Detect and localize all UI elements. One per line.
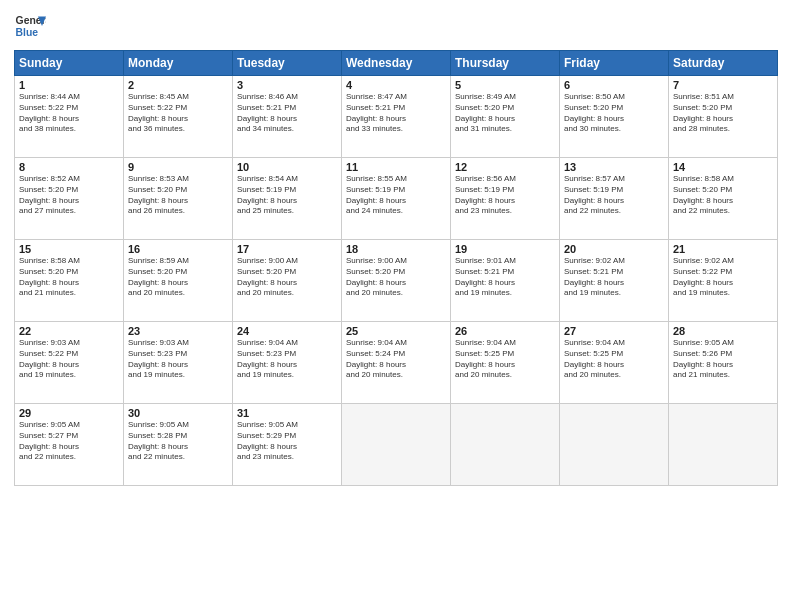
day-number: 20 <box>564 243 664 255</box>
calendar-cell: 24Sunrise: 9:04 AM Sunset: 5:23 PM Dayli… <box>233 322 342 404</box>
day-info: Sunrise: 9:02 AM Sunset: 5:21 PM Dayligh… <box>564 256 664 299</box>
day-number: 14 <box>673 161 773 173</box>
day-info: Sunrise: 8:57 AM Sunset: 5:19 PM Dayligh… <box>564 174 664 217</box>
day-number: 22 <box>19 325 119 337</box>
day-number: 7 <box>673 79 773 91</box>
calendar-cell: 22Sunrise: 9:03 AM Sunset: 5:22 PM Dayli… <box>15 322 124 404</box>
calendar-cell: 21Sunrise: 9:02 AM Sunset: 5:22 PM Dayli… <box>669 240 778 322</box>
day-number: 25 <box>346 325 446 337</box>
day-number: 1 <box>19 79 119 91</box>
calendar-table: SundayMondayTuesdayWednesdayThursdayFrid… <box>14 50 778 486</box>
logo: General Blue <box>14 10 46 42</box>
day-number: 6 <box>564 79 664 91</box>
day-info: Sunrise: 8:45 AM Sunset: 5:22 PM Dayligh… <box>128 92 228 135</box>
calendar-week-3: 15Sunrise: 8:58 AM Sunset: 5:20 PM Dayli… <box>15 240 778 322</box>
day-number: 18 <box>346 243 446 255</box>
calendar-cell: 4Sunrise: 8:47 AM Sunset: 5:21 PM Daylig… <box>342 76 451 158</box>
day-info: Sunrise: 9:03 AM Sunset: 5:23 PM Dayligh… <box>128 338 228 381</box>
weekday-header-monday: Monday <box>124 51 233 76</box>
day-info: Sunrise: 9:05 AM Sunset: 5:27 PM Dayligh… <box>19 420 119 463</box>
calendar-cell: 30Sunrise: 9:05 AM Sunset: 5:28 PM Dayli… <box>124 404 233 486</box>
calendar-cell: 15Sunrise: 8:58 AM Sunset: 5:20 PM Dayli… <box>15 240 124 322</box>
weekday-header-thursday: Thursday <box>451 51 560 76</box>
day-number: 19 <box>455 243 555 255</box>
day-info: Sunrise: 8:51 AM Sunset: 5:20 PM Dayligh… <box>673 92 773 135</box>
day-info: Sunrise: 8:58 AM Sunset: 5:20 PM Dayligh… <box>19 256 119 299</box>
day-info: Sunrise: 9:04 AM Sunset: 5:23 PM Dayligh… <box>237 338 337 381</box>
day-info: Sunrise: 8:59 AM Sunset: 5:20 PM Dayligh… <box>128 256 228 299</box>
weekday-header-saturday: Saturday <box>669 51 778 76</box>
calendar-cell: 2Sunrise: 8:45 AM Sunset: 5:22 PM Daylig… <box>124 76 233 158</box>
day-number: 15 <box>19 243 119 255</box>
svg-text:Blue: Blue <box>16 27 39 38</box>
day-number: 29 <box>19 407 119 419</box>
calendar-cell: 27Sunrise: 9:04 AM Sunset: 5:25 PM Dayli… <box>560 322 669 404</box>
calendar-cell <box>669 404 778 486</box>
calendar-cell: 12Sunrise: 8:56 AM Sunset: 5:19 PM Dayli… <box>451 158 560 240</box>
calendar-week-4: 22Sunrise: 9:03 AM Sunset: 5:22 PM Dayli… <box>15 322 778 404</box>
calendar-week-2: 8Sunrise: 8:52 AM Sunset: 5:20 PM Daylig… <box>15 158 778 240</box>
calendar-cell: 11Sunrise: 8:55 AM Sunset: 5:19 PM Dayli… <box>342 158 451 240</box>
calendar-cell: 10Sunrise: 8:54 AM Sunset: 5:19 PM Dayli… <box>233 158 342 240</box>
calendar-cell: 20Sunrise: 9:02 AM Sunset: 5:21 PM Dayli… <box>560 240 669 322</box>
day-number: 27 <box>564 325 664 337</box>
day-info: Sunrise: 9:05 AM Sunset: 5:28 PM Dayligh… <box>128 420 228 463</box>
day-number: 5 <box>455 79 555 91</box>
day-number: 31 <box>237 407 337 419</box>
day-info: Sunrise: 9:04 AM Sunset: 5:25 PM Dayligh… <box>455 338 555 381</box>
day-number: 11 <box>346 161 446 173</box>
calendar-cell <box>451 404 560 486</box>
calendar-cell <box>560 404 669 486</box>
day-number: 13 <box>564 161 664 173</box>
calendar-week-5: 29Sunrise: 9:05 AM Sunset: 5:27 PM Dayli… <box>15 404 778 486</box>
day-info: Sunrise: 8:50 AM Sunset: 5:20 PM Dayligh… <box>564 92 664 135</box>
day-info: Sunrise: 9:04 AM Sunset: 5:24 PM Dayligh… <box>346 338 446 381</box>
calendar-cell: 18Sunrise: 9:00 AM Sunset: 5:20 PM Dayli… <box>342 240 451 322</box>
weekday-header-friday: Friday <box>560 51 669 76</box>
calendar-cell: 6Sunrise: 8:50 AM Sunset: 5:20 PM Daylig… <box>560 76 669 158</box>
calendar-cell: 9Sunrise: 8:53 AM Sunset: 5:20 PM Daylig… <box>124 158 233 240</box>
day-number: 23 <box>128 325 228 337</box>
day-number: 16 <box>128 243 228 255</box>
calendar-cell <box>342 404 451 486</box>
day-info: Sunrise: 9:02 AM Sunset: 5:22 PM Dayligh… <box>673 256 773 299</box>
day-number: 24 <box>237 325 337 337</box>
day-info: Sunrise: 9:03 AM Sunset: 5:22 PM Dayligh… <box>19 338 119 381</box>
calendar-cell: 29Sunrise: 9:05 AM Sunset: 5:27 PM Dayli… <box>15 404 124 486</box>
calendar-cell: 16Sunrise: 8:59 AM Sunset: 5:20 PM Dayli… <box>124 240 233 322</box>
calendar-cell: 3Sunrise: 8:46 AM Sunset: 5:21 PM Daylig… <box>233 76 342 158</box>
page: General Blue SundayMondayTuesdayWednesda… <box>0 0 792 612</box>
day-info: Sunrise: 9:00 AM Sunset: 5:20 PM Dayligh… <box>237 256 337 299</box>
day-info: Sunrise: 8:47 AM Sunset: 5:21 PM Dayligh… <box>346 92 446 135</box>
day-info: Sunrise: 8:52 AM Sunset: 5:20 PM Dayligh… <box>19 174 119 217</box>
day-number: 17 <box>237 243 337 255</box>
calendar-cell: 19Sunrise: 9:01 AM Sunset: 5:21 PM Dayli… <box>451 240 560 322</box>
day-info: Sunrise: 8:49 AM Sunset: 5:20 PM Dayligh… <box>455 92 555 135</box>
calendar-cell: 13Sunrise: 8:57 AM Sunset: 5:19 PM Dayli… <box>560 158 669 240</box>
day-number: 2 <box>128 79 228 91</box>
day-info: Sunrise: 8:56 AM Sunset: 5:19 PM Dayligh… <box>455 174 555 217</box>
weekday-header-sunday: Sunday <box>15 51 124 76</box>
calendar-cell: 7Sunrise: 8:51 AM Sunset: 5:20 PM Daylig… <box>669 76 778 158</box>
calendar-cell: 26Sunrise: 9:04 AM Sunset: 5:25 PM Dayli… <box>451 322 560 404</box>
day-number: 8 <box>19 161 119 173</box>
calendar-cell: 17Sunrise: 9:00 AM Sunset: 5:20 PM Dayli… <box>233 240 342 322</box>
day-info: Sunrise: 9:05 AM Sunset: 5:26 PM Dayligh… <box>673 338 773 381</box>
day-info: Sunrise: 9:05 AM Sunset: 5:29 PM Dayligh… <box>237 420 337 463</box>
calendar-cell: 5Sunrise: 8:49 AM Sunset: 5:20 PM Daylig… <box>451 76 560 158</box>
day-info: Sunrise: 8:44 AM Sunset: 5:22 PM Dayligh… <box>19 92 119 135</box>
calendar-cell: 14Sunrise: 8:58 AM Sunset: 5:20 PM Dayli… <box>669 158 778 240</box>
calendar-cell: 31Sunrise: 9:05 AM Sunset: 5:29 PM Dayli… <box>233 404 342 486</box>
weekday-header-wednesday: Wednesday <box>342 51 451 76</box>
calendar-cell: 23Sunrise: 9:03 AM Sunset: 5:23 PM Dayli… <box>124 322 233 404</box>
day-info: Sunrise: 9:00 AM Sunset: 5:20 PM Dayligh… <box>346 256 446 299</box>
calendar-cell: 8Sunrise: 8:52 AM Sunset: 5:20 PM Daylig… <box>15 158 124 240</box>
day-info: Sunrise: 8:46 AM Sunset: 5:21 PM Dayligh… <box>237 92 337 135</box>
day-number: 28 <box>673 325 773 337</box>
calendar-cell: 1Sunrise: 8:44 AM Sunset: 5:22 PM Daylig… <box>15 76 124 158</box>
day-number: 12 <box>455 161 555 173</box>
day-info: Sunrise: 8:54 AM Sunset: 5:19 PM Dayligh… <box>237 174 337 217</box>
weekday-header-tuesday: Tuesday <box>233 51 342 76</box>
day-number: 9 <box>128 161 228 173</box>
calendar-cell: 28Sunrise: 9:05 AM Sunset: 5:26 PM Dayli… <box>669 322 778 404</box>
